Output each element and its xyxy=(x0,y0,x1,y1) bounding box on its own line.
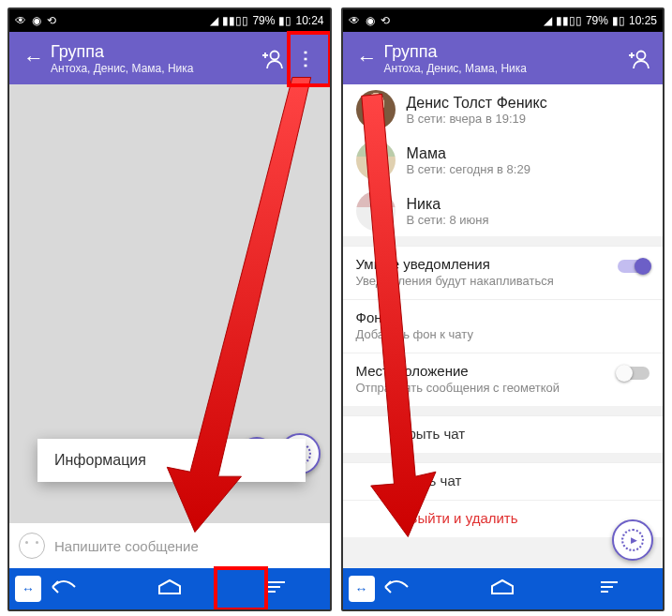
sim-icon: ◢ xyxy=(210,14,218,27)
status-bar: 👁 ◉ ⟲ ◢ ▮▮▯▯ 79% ▮▯ 10:24 xyxy=(9,9,330,32)
eye-icon: 👁 xyxy=(15,14,26,27)
add-user-icon xyxy=(261,48,283,68)
nav-recent[interactable] xyxy=(248,579,305,599)
message-input[interactable]: Напишите сообщение xyxy=(54,538,321,554)
setting-title: рыть чат xyxy=(409,426,650,442)
status-bar: 👁 ◉ ⟲ ◢ ▮▮▯▯ 79% ▮▯ 10:25 xyxy=(343,9,664,32)
nav-back[interactable] xyxy=(367,579,424,599)
chat-subtitle: Антоха, Денис, Мама, Ника xyxy=(51,62,255,75)
clock: 10:24 xyxy=(295,14,323,27)
setting-title: Местоположение xyxy=(356,363,650,379)
phone-left: 👁 ◉ ⟲ ◢ ▮▮▯▯ 79% ▮▯ 10:24 ← Группа Антох… xyxy=(7,8,332,611)
battery-icon: ▮▯ xyxy=(612,14,625,27)
signal-icon: ▮▮▯▯ xyxy=(556,14,582,27)
member-row[interactable]: Ника В сети: 8 июня xyxy=(343,186,664,236)
setting-smart-notifications[interactable]: Умные уведомления Уведомления будут нака… xyxy=(343,246,664,299)
nav-bar: ↔ xyxy=(9,568,330,609)
nav-back[interactable] xyxy=(35,579,91,599)
setting-title: Умные уведомления xyxy=(356,256,650,272)
app-bar: ← Группа Антоха, Денис, Мама, Ника ⋮ xyxy=(9,32,330,84)
teamviewer-status-icon: ◉ xyxy=(32,14,41,27)
member-name: Ника xyxy=(407,196,489,213)
chat-title: Группа xyxy=(384,42,622,62)
member-name: Денис Толст Феникс xyxy=(407,95,547,112)
teamviewer-icon[interactable]: ↔ xyxy=(349,576,375,602)
nav-recent[interactable] xyxy=(581,579,637,599)
setting-background[interactable]: Фон Добавить фон к чату xyxy=(343,299,664,353)
group-info-panel: Денис Толст Феникс В сети: вчера в 19:19… xyxy=(343,84,664,568)
menu-item-info[interactable]: Информация xyxy=(54,452,289,469)
chat-body: 📷 Информация xyxy=(9,84,330,523)
message-input-bar: Напишите сообщение xyxy=(9,523,330,568)
teamviewer-icon[interactable]: ↔ xyxy=(15,576,41,602)
sync-icon: ⟲ xyxy=(381,14,390,27)
avatar xyxy=(356,141,396,180)
sim-icon: ◢ xyxy=(544,14,552,27)
member-row[interactable]: Денис Толст Феникс В сети: вчера в 19:19 xyxy=(343,84,664,135)
member-name: Мама xyxy=(407,145,530,162)
avatar xyxy=(356,90,396,129)
back-button[interactable]: ← xyxy=(351,46,384,70)
add-user-icon xyxy=(627,48,650,68)
sync-icon: ⟲ xyxy=(47,14,56,27)
setting-title: тить чат xyxy=(409,473,650,488)
setting-clear-chat[interactable]: тить чат xyxy=(343,462,664,500)
add-member-button[interactable] xyxy=(621,41,655,75)
nav-home[interactable] xyxy=(474,578,530,600)
svg-point-2 xyxy=(637,52,646,60)
battery-text: 79% xyxy=(252,14,275,27)
clock: 10:25 xyxy=(629,14,657,27)
nav-bar: ↔ xyxy=(343,568,664,609)
eye-icon: 👁 xyxy=(349,14,360,27)
voice-fab[interactable] xyxy=(612,519,653,561)
chat-subtitle: Антоха, Денис, Мама, Ника xyxy=(384,62,622,75)
context-menu: Информация xyxy=(37,439,306,482)
overflow-menu-button[interactable]: ⋮ xyxy=(289,41,322,75)
switch-location[interactable] xyxy=(618,367,650,380)
battery-text: 79% xyxy=(586,14,608,27)
setting-title: Выйти и удалить xyxy=(409,510,650,526)
teamviewer-status-icon: ◉ xyxy=(366,14,375,27)
setting-desc: Добавить фон к чату xyxy=(356,327,650,341)
setting-desc: Отправлять сообщения с геометкой xyxy=(356,381,650,395)
signal-icon: ▮▮▯▯ xyxy=(222,14,248,27)
member-row[interactable]: Мама В сети: сегодня в 8:29 xyxy=(343,135,664,186)
switch-smart-notifications[interactable] xyxy=(618,260,650,273)
app-bar: ← Группа Антоха, Денис, Мама, Ника xyxy=(343,32,664,84)
avatar xyxy=(356,191,396,231)
member-status: В сети: вчера в 19:19 xyxy=(407,112,547,126)
svg-point-0 xyxy=(270,52,278,60)
setting-location[interactable]: Местоположение Отправлять сообщения с ге… xyxy=(343,353,664,406)
setting-title: Фон xyxy=(356,309,650,325)
phone-right: 👁 ◉ ⟲ ◢ ▮▮▯▯ 79% ▮▯ 10:25 ← Группа Антох… xyxy=(341,8,665,611)
chat-title: Группа xyxy=(51,42,255,62)
sticker-icon[interactable] xyxy=(19,533,45,559)
nav-home[interactable] xyxy=(142,578,198,600)
member-status: В сети: сегодня в 8:29 xyxy=(407,162,530,176)
add-member-button[interactable] xyxy=(255,41,289,75)
back-button[interactable]: ← xyxy=(17,46,51,70)
member-status: В сети: 8 июня xyxy=(407,213,489,227)
setting-hide-chat[interactable]: рыть чат xyxy=(343,415,664,453)
setting-desc: Уведомления будут накапливаться xyxy=(356,274,650,288)
battery-icon: ▮▯ xyxy=(278,14,291,27)
